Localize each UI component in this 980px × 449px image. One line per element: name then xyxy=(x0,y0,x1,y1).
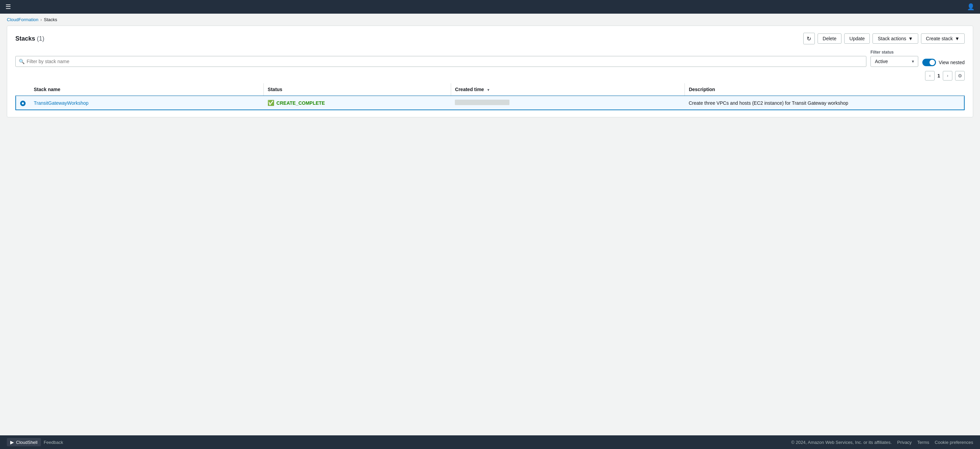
stacks-panel: Stacks (1) ↻ Delete Update Stack actions… xyxy=(7,25,973,117)
privacy-link[interactable]: Privacy xyxy=(897,440,912,445)
main-wrapper: CloudFormation › Stacks Stacks (1) ↻ Del… xyxy=(0,14,980,435)
view-nested-label: View nested xyxy=(939,60,965,65)
col-header-created-time[interactable]: Created time ▼ xyxy=(451,83,684,96)
terms-link[interactable]: Terms xyxy=(917,440,929,445)
column-settings-button[interactable]: ⚙ xyxy=(955,71,965,81)
cloudshell-button[interactable]: ▶ CloudShell xyxy=(7,438,41,446)
breadcrumb-stacks: Stacks xyxy=(44,17,57,22)
filter-status-label: Filter status xyxy=(870,50,918,54)
filter-row: 🔍 Filter status Active Deleted All ▼ xyxy=(15,50,965,67)
col-header-select xyxy=(16,83,30,96)
status-select-wrapper: Active Deleted All ▼ xyxy=(870,56,918,67)
next-page-button[interactable]: › xyxy=(943,71,952,81)
view-nested-toggle[interactable]: View nested xyxy=(922,59,965,67)
row-description-cell: Create three VPCs and hosts (EC2 instanc… xyxy=(684,96,964,110)
toggle-track xyxy=(922,59,936,66)
row-created-time-cell xyxy=(451,96,684,110)
row-status-cell: ✅ CREATE_COMPLETE xyxy=(263,96,451,110)
current-page: 1 xyxy=(937,73,940,78)
stack-count: (1) xyxy=(37,35,45,42)
table-row[interactable]: TransitGatewayWorkshop✅ CREATE_COMPLETEC… xyxy=(16,96,964,110)
footer-right: © 2024, Amazon Web Services, Inc. or its… xyxy=(791,440,973,445)
breadcrumb-cloudformation-link[interactable]: CloudFormation xyxy=(7,17,38,22)
toggle-thumb xyxy=(929,60,935,65)
toggle-switch[interactable] xyxy=(922,59,936,66)
cloudshell-icon: ▶ xyxy=(10,439,14,445)
create-complete-icon: ✅ xyxy=(267,100,274,106)
footer: ▶ CloudShell Feedback © 2024, Amazon Web… xyxy=(0,435,980,449)
sort-icon: ▼ xyxy=(487,88,490,92)
pagination-row: ‹ 1 › ⚙ xyxy=(15,71,965,81)
copyright-text: © 2024, Amazon Web Services, Inc. or its… xyxy=(791,440,892,445)
footer-left: ▶ CloudShell Feedback xyxy=(7,438,63,446)
user-icon[interactable]: 👤 xyxy=(967,3,975,11)
create-stack-button[interactable]: Create stack ▼ xyxy=(921,33,965,44)
feedback-link[interactable]: Feedback xyxy=(44,440,63,445)
filter-status-group: Filter status Active Deleted All ▼ xyxy=(870,50,918,67)
status-select[interactable]: Active Deleted All xyxy=(870,56,918,67)
row-radio-cell[interactable] xyxy=(16,96,30,110)
col-header-status: Status xyxy=(263,83,451,96)
cloudshell-label: CloudShell xyxy=(16,440,38,445)
panel-header: Stacks (1) ↻ Delete Update Stack actions… xyxy=(15,33,965,45)
refresh-button[interactable]: ↻ xyxy=(803,33,815,45)
panel-title: Stacks (1) xyxy=(15,35,803,42)
stack-name-link[interactable]: TransitGatewayWorkshop xyxy=(34,100,88,106)
content-area: Stacks (1) ↻ Delete Update Stack actions… xyxy=(0,25,980,435)
header-actions: ↻ Delete Update Stack actions ▼ Create s… xyxy=(803,33,965,45)
col-header-description: Description xyxy=(684,83,964,96)
status-badge: ✅ CREATE_COMPLETE xyxy=(267,100,325,106)
col-header-stack-name: Stack name xyxy=(30,83,263,96)
search-input[interactable] xyxy=(15,56,866,67)
update-button[interactable]: Update xyxy=(844,33,870,44)
row-stack-name-cell: TransitGatewayWorkshop xyxy=(30,96,263,110)
delete-button[interactable]: Delete xyxy=(818,33,842,44)
stacks-tbody: TransitGatewayWorkshop✅ CREATE_COMPLETEC… xyxy=(16,96,964,110)
cookie-preferences-link[interactable]: Cookie preferences xyxy=(935,440,973,445)
stacks-table: Stack name Status Created time ▼ Descrip… xyxy=(15,83,965,110)
breadcrumb-separator: › xyxy=(41,18,42,22)
top-bar: ☰ 👤 xyxy=(0,0,980,14)
prev-page-button[interactable]: ‹ xyxy=(925,71,935,81)
stack-actions-chevron-icon: ▼ xyxy=(908,36,913,41)
search-icon: 🔍 xyxy=(19,59,25,64)
hamburger-icon[interactable]: ☰ xyxy=(5,3,11,11)
search-wrapper: 🔍 xyxy=(15,56,866,67)
table-header-row: Stack name Status Created time ▼ Descrip… xyxy=(16,83,964,96)
stack-actions-button[interactable]: Stack actions ▼ xyxy=(872,33,918,44)
radio-selected-icon xyxy=(20,101,25,106)
created-time-placeholder xyxy=(455,100,509,105)
breadcrumb: CloudFormation › Stacks xyxy=(0,14,980,25)
create-stack-chevron-icon: ▼ xyxy=(955,36,959,41)
